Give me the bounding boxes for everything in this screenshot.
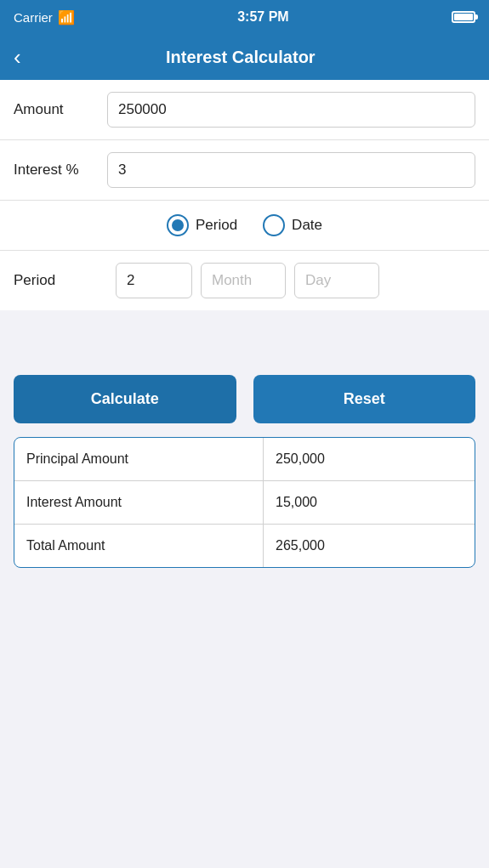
status-bar-time: 3:57 PM [237, 9, 288, 25]
battery-icon [452, 11, 475, 23]
wifi-icon: 📶 [58, 9, 75, 26]
day-placeholder[interactable]: Day [294, 263, 379, 298]
period-row: Period Month Day [0, 251, 489, 310]
reset-button[interactable]: Reset [253, 375, 476, 423]
nav-title: Interest Calculator [31, 48, 450, 67]
calculate-button[interactable]: Calculate [14, 375, 236, 423]
nav-bar: ‹ Interest Calculator [0, 34, 489, 80]
period-label: Period [14, 272, 107, 289]
battery-fill [454, 14, 473, 20]
carrier-text: Carrier [14, 10, 53, 25]
back-button[interactable]: ‹ [14, 46, 21, 68]
result-key: Total Amount [14, 525, 264, 567]
form-area: Amount Interest % [0, 80, 489, 201]
radio-date[interactable]: Date [263, 214, 322, 236]
result-key: Principal Amount [14, 438, 264, 480]
results-table: Principal Amount250,000Interest Amount15… [14, 437, 475, 568]
radio-period-label: Period [196, 217, 237, 234]
interest-row: Interest % [0, 140, 489, 201]
result-row: Total Amount265,000 [14, 525, 475, 567]
status-bar: Carrier 📶 3:57 PM [0, 0, 489, 34]
result-key: Interest Amount [14, 481, 264, 524]
interest-label: Interest % [14, 162, 107, 179]
amount-label: Amount [14, 101, 107, 118]
radio-date-circle[interactable] [263, 214, 285, 236]
radio-period-circle[interactable] [167, 214, 189, 236]
result-row: Interest Amount15,000 [14, 481, 475, 525]
radio-row: Period Date [0, 201, 489, 251]
radio-period[interactable]: Period [167, 214, 237, 236]
interest-input[interactable] [107, 152, 475, 188]
radio-date-label: Date [292, 217, 322, 234]
result-row: Principal Amount250,000 [14, 438, 475, 481]
buttons-row: Calculate Reset [0, 361, 489, 437]
period-input[interactable] [116, 263, 192, 298]
amount-row: Amount [0, 80, 489, 140]
status-bar-right [452, 11, 475, 23]
result-value: 15,000 [264, 481, 475, 524]
result-value: 250,000 [264, 438, 475, 480]
amount-input[interactable] [107, 92, 475, 128]
result-value: 265,000 [264, 525, 475, 567]
spacer [0, 310, 489, 361]
month-placeholder[interactable]: Month [201, 263, 286, 298]
status-bar-left: Carrier 📶 [14, 9, 75, 26]
